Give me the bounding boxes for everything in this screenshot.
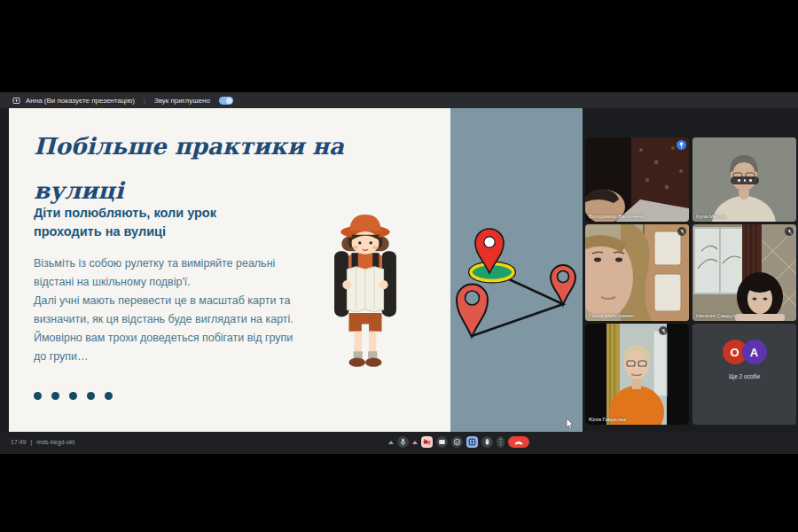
present-screen-icon <box>468 438 476 446</box>
slide-paragraph: Ймовірно вам трохи доведеться побігати в… <box>34 329 301 366</box>
mic-off-icon <box>785 227 794 236</box>
participant-filmstrip: Володимир Василенко Iryna Melnyk <box>585 137 796 425</box>
slide-progress-dots <box>34 392 113 400</box>
participant-name: Володимир Василенко <box>589 214 645 219</box>
video-feed <box>585 224 689 321</box>
overflow-count-label: Ще 2 особи <box>729 373 760 379</box>
participant-tile-2[interactable]: Iryna Melnyk <box>692 137 796 222</box>
audio-chip-label: Звук приглушено <box>154 97 210 105</box>
participant-name: Наталія Сандул <box>696 313 735 318</box>
phone-hangup-icon <box>513 439 524 446</box>
screen: Анна (Ви показуєте презентацію) | Звук п… <box>0 0 798 532</box>
mic-options-caret-icon[interactable] <box>388 441 394 444</box>
participant-name: Ганна Майстренко <box>589 313 634 318</box>
slide-title-line1: Побільше практики на <box>34 124 406 168</box>
meet-bottom-bar: 17:49 | mds-begd-okt <box>0 432 798 454</box>
raise-hand-button[interactable] <box>481 436 493 448</box>
progress-dot <box>69 392 77 400</box>
mic-off-icon <box>677 227 686 236</box>
camera-off-icon <box>423 438 431 446</box>
slide-subtitle: Діти полюбляють, коли урок проходить на … <box>34 204 260 241</box>
smiley-icon <box>453 438 461 446</box>
video-feed <box>585 137 689 222</box>
present-screen-icon <box>12 97 20 105</box>
reactions-button[interactable] <box>451 436 463 448</box>
hiker-kid-with-map-illustration <box>321 213 410 374</box>
mouse-cursor-icon <box>566 419 574 429</box>
leave-call-button[interactable] <box>508 436 529 448</box>
progress-dot <box>105 392 113 400</box>
captions-button[interactable] <box>436 436 448 448</box>
slide-body: Візьміть із собою рулетку та виміряйте р… <box>34 254 301 366</box>
tile-hover-controls[interactable] <box>731 176 759 184</box>
call-controls: ⋮ <box>388 436 529 448</box>
shared-presentation-slide[interactable]: Побільше практики на вулиці Діти полюбля… <box>9 108 583 432</box>
progress-dot <box>87 392 95 400</box>
slide-side-panel <box>450 108 583 432</box>
presentation-top-bar: Анна (Ви показуєте презентацію) | Звук п… <box>0 92 798 108</box>
slide-paragraph: Далі учні мають перевести це в масштаб к… <box>34 292 301 329</box>
mic-off-icon <box>659 326 668 335</box>
participant-name: Юлія Гаврилюк <box>589 417 626 422</box>
more-vertical-icon: ⋮ <box>497 438 505 446</box>
toggle-knob <box>226 98 232 104</box>
video-feed <box>692 224 796 321</box>
progress-dot <box>34 392 42 400</box>
slide-paragraph: Візьміть із собою рулетку та виміряйте р… <box>34 254 301 292</box>
audio-toggle[interactable] <box>219 97 233 105</box>
pin-icon[interactable] <box>677 140 686 150</box>
more-button[interactable]: ⋮ <box>497 436 505 448</box>
progress-dot <box>51 392 59 400</box>
captions-icon <box>438 438 446 446</box>
present-button[interactable] <box>466 436 478 448</box>
meeting-code: mds-begd-okt <box>36 439 74 445</box>
overflow-participants-tile[interactable]: O A Ще 2 особи <box>692 324 796 425</box>
participant-tile-1[interactable]: Володимир Василенко <box>585 137 689 222</box>
overflow-avatars: O A <box>723 340 767 364</box>
map-pins-route-graphic <box>450 108 583 432</box>
microphone-icon <box>399 438 407 446</box>
meeting-info: 17:49 | mds-begd-okt <box>11 439 74 445</box>
info-separator: | <box>31 439 33 445</box>
clock-time: 17:49 <box>11 439 27 445</box>
slide-title: Побільше практики на вулиці <box>34 124 406 213</box>
video-feed <box>585 324 689 425</box>
participant-name: Iryna Melnyk <box>696 214 726 219</box>
participant-tile-4[interactable]: Наталія Сандул <box>692 224 796 321</box>
avatar: A <box>742 340 767 364</box>
participant-tile-5[interactable]: Юлія Гаврилюк <box>585 324 689 425</box>
top-bar-separator: | <box>144 97 145 105</box>
camera-off-button[interactable] <box>421 436 433 448</box>
participant-tile-3[interactable]: Ганна Майстренко <box>585 224 689 321</box>
hand-icon <box>483 438 491 446</box>
presenter-chip-label: Анна (Ви показуєте презентацію) <box>26 97 135 105</box>
camera-options-caret-icon[interactable] <box>412 441 418 444</box>
mic-button[interactable] <box>397 436 409 448</box>
